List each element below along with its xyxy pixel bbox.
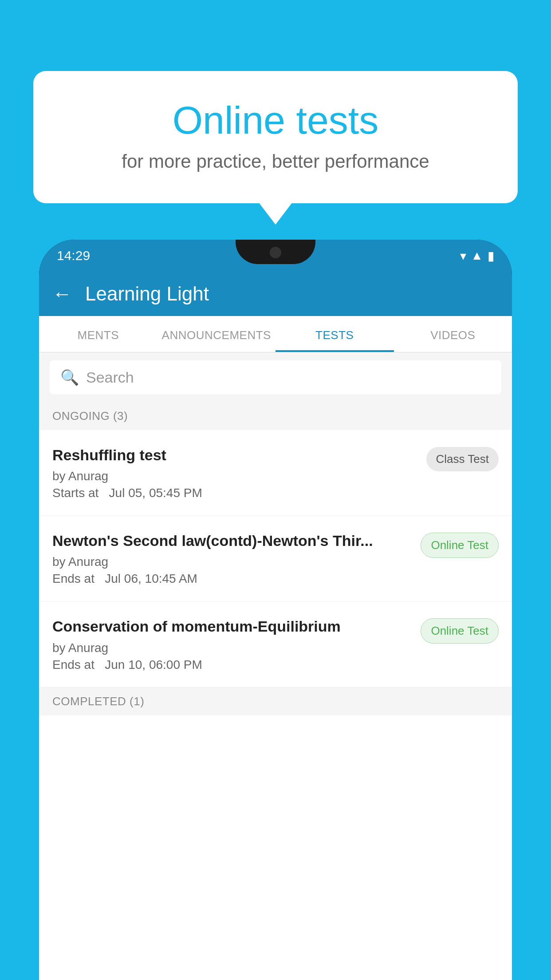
battery-icon: ▮ xyxy=(488,249,494,263)
search-icon: 🔍 xyxy=(60,368,79,386)
online-test-badge: Online Test xyxy=(421,533,499,558)
status-time: 14:29 xyxy=(57,248,90,263)
search-container: 🔍 Search xyxy=(39,352,512,402)
test-author: by Anurag xyxy=(52,555,412,569)
ongoing-section-label: ONGOING (3) xyxy=(39,402,512,430)
status-icons: ▾ ▲ ▮ xyxy=(460,249,494,263)
speech-bubble: Online tests for more practice, better p… xyxy=(33,71,518,203)
back-arrow-icon[interactable]: ← xyxy=(52,283,72,305)
test-item[interactable]: Conservation of momentum-Equilibrium by … xyxy=(39,601,512,687)
test-info: Reshuffling test by Anurag Starts at Jul… xyxy=(52,445,426,500)
tab-bar: MENTS ANNOUNCEMENTS TESTS VIDEOS xyxy=(39,316,512,352)
search-bar[interactable]: 🔍 Search xyxy=(50,360,501,394)
test-item[interactable]: Reshuffling test by Anurag Starts at Jul… xyxy=(39,430,512,516)
status-bar: 14:29 ▾ ▲ ▮ xyxy=(39,240,512,272)
test-time: Ends at Jul 06, 10:45 AM xyxy=(52,572,412,586)
test-author: by Anurag xyxy=(52,641,412,655)
online-test-badge: Online Test xyxy=(421,618,499,644)
test-time: Starts at Jul 05, 05:45 PM xyxy=(52,486,417,500)
phone-frame: 14:29 ▾ ▲ ▮ ← Learning Light MENTS ANNOU… xyxy=(39,240,512,980)
test-title: Reshuffling test xyxy=(52,445,417,465)
tab-ments[interactable]: MENTS xyxy=(39,316,157,352)
test-list: Reshuffling test by Anurag Starts at Jul… xyxy=(39,430,512,688)
test-time: Ends at Jun 10, 06:00 PM xyxy=(52,658,412,672)
speech-bubble-title: Online tests xyxy=(55,98,496,143)
app-title: Learning Light xyxy=(85,283,209,305)
test-author: by Anurag xyxy=(52,469,417,483)
test-title: Conservation of momentum-Equilibrium xyxy=(52,616,412,636)
wifi-icon: ▾ xyxy=(460,249,466,263)
test-info: Newton's Second law(contd)-Newton's Thir… xyxy=(52,531,421,586)
search-input[interactable]: Search xyxy=(86,369,134,386)
test-title: Newton's Second law(contd)-Newton's Thir… xyxy=(52,531,412,550)
phone-screen: MENTS ANNOUNCEMENTS TESTS VIDEOS 🔍 Searc… xyxy=(39,316,512,980)
speech-bubble-subtitle: for more practice, better performance xyxy=(55,151,496,172)
test-item[interactable]: Newton's Second law(contd)-Newton's Thir… xyxy=(39,516,512,601)
signal-icon: ▲ xyxy=(471,249,483,263)
tab-tests[interactable]: TESTS xyxy=(276,316,394,352)
test-info: Conservation of momentum-Equilibrium by … xyxy=(52,616,421,672)
completed-section-label: COMPLETED (1) xyxy=(39,688,512,715)
camera xyxy=(270,247,281,258)
phone-notch xyxy=(236,240,315,264)
app-header: ← Learning Light xyxy=(39,272,512,316)
class-test-badge: Class Test xyxy=(426,447,499,471)
tab-videos[interactable]: VIDEOS xyxy=(394,316,512,352)
tab-announcements[interactable]: ANNOUNCEMENTS xyxy=(157,316,276,352)
